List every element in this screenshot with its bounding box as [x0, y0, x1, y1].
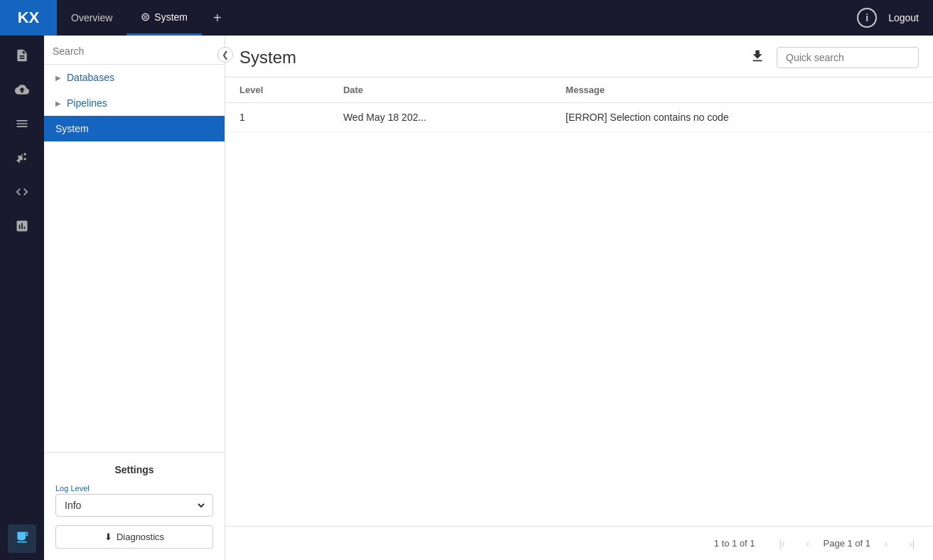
pagination-first-button[interactable]: |‹ — [772, 534, 792, 554]
page-title: System — [239, 48, 738, 68]
system-tab-icon: ⊜ — [141, 10, 150, 23]
nav-tabs: Overview ⊜ System + — [57, 0, 857, 36]
sidebar: ❮ ▶ Databases ▶ Pipelines System Setting… — [44, 36, 225, 560]
icon-rail-chart[interactable] — [8, 213, 36, 242]
icon-rail-documents[interactable] — [8, 43, 36, 71]
system-tab-label: System — [154, 11, 188, 23]
log-level-select[interactable]: Info Debug Warning Error — [62, 499, 207, 512]
sidebar-item-label: Databases — [67, 72, 114, 83]
column-header-level: Level — [225, 77, 329, 103]
nav-right: i Logout — [857, 8, 933, 28]
upload-icon — [15, 82, 29, 100]
main-content: System Level Date Message 1 Wed M — [225, 36, 933, 560]
sidebar-item-databases[interactable]: ▶ Databases — [44, 65, 225, 90]
icon-rail-system[interactable] — [8, 524, 36, 553]
chevron-right-icon: ▶ — [55, 74, 61, 82]
tab-overview[interactable]: Overview — [57, 0, 126, 36]
sidebar-item-pipelines[interactable]: ▶ Pipelines — [44, 90, 225, 116]
pagination-page-label: Page 1 of 1 — [824, 538, 871, 549]
icon-rail-git[interactable] — [8, 145, 36, 173]
cell-level: 1 — [225, 103, 329, 132]
main-layout: ❮ ▶ Databases ▶ Pipelines System Setting… — [0, 36, 933, 560]
sidebar-item-label: System — [55, 123, 89, 134]
icon-rail-menu[interactable] — [8, 111, 36, 139]
sidebar-item-label: Pipelines — [67, 97, 107, 109]
overview-label: Overview — [71, 12, 112, 23]
log-level-select-wrapper[interactable]: Info Debug Warning Error — [55, 494, 213, 517]
info-button[interactable]: i — [857, 8, 877, 28]
git-icon — [15, 151, 29, 168]
chart-icon — [15, 219, 29, 237]
pagination-last-button[interactable]: ›| — [902, 534, 922, 554]
sidebar-collapse-button[interactable]: ❮ — [217, 47, 233, 63]
content-header: System — [225, 36, 933, 77]
documents-icon — [15, 48, 29, 66]
table-body: 1 Wed May 18 202... [ERROR] Selection co… — [225, 103, 933, 132]
icon-rail-upload[interactable] — [8, 77, 36, 105]
sidebar-search-container — [44, 36, 225, 65]
top-navbar: KX Overview ⊜ System + i Logout — [0, 0, 933, 36]
last-page-icon: ›| — [909, 538, 915, 549]
diagnostics-label: Diagnostics — [117, 532, 164, 542]
column-header-date: Date — [329, 77, 551, 103]
table-row[interactable]: 1 Wed May 18 202... [ERROR] Selection co… — [225, 103, 933, 132]
search-input[interactable] — [53, 45, 216, 57]
quick-search-input[interactable] — [777, 47, 919, 68]
icon-rail — [0, 36, 44, 560]
log-level-label: Log Level — [55, 484, 213, 492]
download-icon: ⬇ — [104, 532, 112, 542]
code-icon — [15, 185, 29, 203]
prev-page-icon: ‹ — [806, 538, 809, 549]
first-page-icon: |‹ — [779, 538, 784, 549]
chevron-right-icon: ▶ — [55, 99, 61, 107]
table-container: Level Date Message 1 Wed May 18 202... [… — [225, 77, 933, 526]
download-button[interactable] — [750, 48, 765, 68]
pagination-count: 1 to 1 of 1 — [714, 538, 755, 549]
brand-logo[interactable]: KX — [0, 0, 57, 36]
column-header-message: Message — [551, 77, 933, 103]
collapse-icon: ❮ — [222, 50, 229, 60]
sidebar-nav: ▶ Databases ▶ Pipelines System — [44, 65, 225, 452]
pagination-bar: 1 to 1 of 1 |‹ ‹ Page 1 of 1 › ›| — [225, 526, 933, 560]
cell-message: [ERROR] Selection contains no code — [551, 103, 933, 132]
logout-button[interactable]: Logout — [888, 12, 919, 23]
table-header-row: Level Date Message — [225, 77, 933, 103]
next-page-icon: › — [885, 538, 888, 549]
pagination-prev-button[interactable]: ‹ — [798, 534, 818, 554]
diagnostics-button[interactable]: ⬇ Diagnostics — [55, 525, 213, 549]
system-icon — [15, 530, 29, 548]
cell-date: Wed May 18 202... — [329, 103, 551, 132]
pagination-next-button[interactable]: › — [876, 534, 896, 554]
menu-icon — [15, 117, 29, 134]
settings-title: Settings — [55, 464, 213, 475]
system-table: Level Date Message 1 Wed May 18 202... [… — [225, 77, 933, 132]
add-tab-button[interactable]: + — [202, 10, 233, 26]
sidebar-bottom: Settings Log Level Info Debug Warning Er… — [44, 452, 225, 560]
icon-rail-code[interactable] — [8, 179, 36, 208]
sidebar-item-system[interactable]: System — [44, 116, 225, 141]
tab-system[interactable]: ⊜ System — [126, 0, 202, 36]
